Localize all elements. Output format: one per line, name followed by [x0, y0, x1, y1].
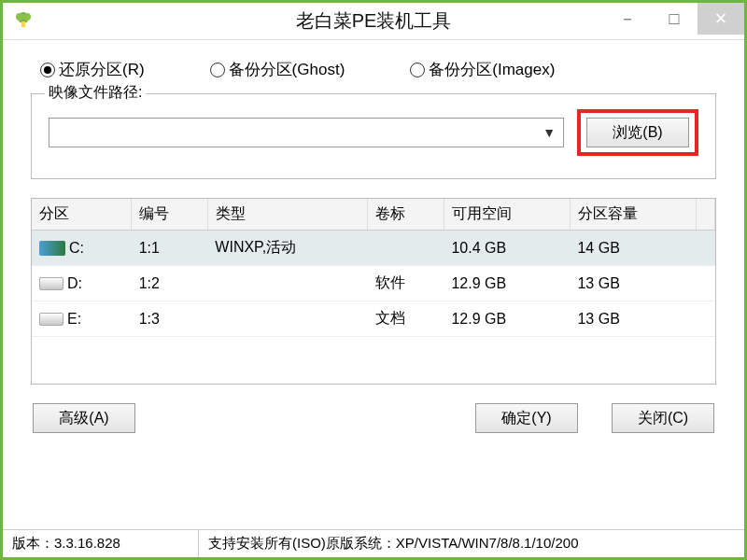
image-path-panel: 映像文件路径: ▼ 浏览(B) [31, 93, 716, 179]
status-bar: 版本：3.3.16.828 支持安装所有(ISO)原版系统：XP/VISTA/W… [3, 529, 744, 557]
partition-table: 分区 编号 类型 卷标 可用空间 分区容量 C: 1:1 WINXP,活动 10… [32, 199, 715, 337]
col-type[interactable]: 类型 [207, 199, 367, 231]
cell-type [207, 301, 367, 337]
window-controls: － □ × [604, 3, 744, 35]
radio-dot-icon [40, 63, 55, 77]
drive-icon [39, 241, 65, 256]
cell-number: 1:2 [132, 266, 208, 301]
close-window-button[interactable]: × [698, 3, 744, 35]
maximize-button[interactable]: □ [651, 3, 698, 35]
cell-volume: 软件 [368, 266, 444, 301]
col-scrollgap [697, 199, 715, 231]
browse-highlight-box: 浏览(B) [577, 109, 698, 156]
cell-type: WINXP,活动 [207, 231, 367, 266]
action-buttons-row: 高级(A) 确定(Y) 关闭(C) [31, 403, 716, 433]
title-bar: 老白菜PE装机工具 － □ × [3, 3, 744, 40]
cell-drive: E: [67, 311, 81, 327]
mode-radio-group: 还原分区(R) 备份分区(Ghost) 备份分区(Imagex) [31, 59, 716, 80]
col-partition[interactable]: 分区 [32, 199, 132, 231]
drive-icon [39, 277, 63, 290]
col-volume[interactable]: 卷标 [368, 199, 444, 231]
version-label: 版本：3.3.16.828 [3, 530, 199, 557]
svg-point-1 [16, 13, 23, 21]
svg-point-2 [23, 13, 31, 21]
radio-imagex-label: 备份分区(Imagex) [429, 59, 555, 80]
image-path-label: 映像文件路径: [45, 83, 146, 103]
window-title: 老白菜PE装机工具 [296, 8, 452, 34]
col-number[interactable]: 编号 [132, 199, 208, 231]
ok-button[interactable]: 确定(Y) [475, 403, 578, 433]
col-free[interactable]: 可用空间 [444, 199, 570, 231]
browse-button[interactable]: 浏览(B) [586, 118, 689, 147]
cell-volume: 文档 [368, 301, 444, 337]
svg-rect-3 [21, 21, 25, 27]
minimize-button[interactable]: － [604, 3, 651, 35]
close-button[interactable]: 关闭(C) [612, 403, 714, 433]
cell-volume [368, 231, 444, 266]
support-label: 支持安装所有(ISO)原版系统：XP/VISTA/WIN7/8/8.1/10/2… [199, 535, 744, 553]
table-row[interactable]: E: 1:3 文档 12.9 GB 13 GB [32, 301, 715, 337]
main-content: 还原分区(R) 备份分区(Ghost) 备份分区(Imagex) 映像文件路径:… [3, 40, 744, 433]
cell-number: 1:1 [132, 231, 208, 266]
advanced-button[interactable]: 高级(A) [33, 403, 135, 433]
drive-icon [39, 313, 63, 326]
radio-backup-imagex[interactable]: 备份分区(Imagex) [410, 59, 555, 80]
cell-capacity: 13 GB [570, 301, 696, 337]
radio-ghost-label: 备份分区(Ghost) [229, 59, 345, 80]
image-path-dropdown[interactable]: ▼ [49, 118, 564, 147]
cell-capacity: 13 GB [570, 266, 696, 301]
radio-restore-partition[interactable]: 还原分区(R) [40, 59, 145, 80]
cell-number: 1:3 [132, 301, 208, 337]
cell-free: 12.9 GB [444, 266, 570, 301]
radio-dot-icon [410, 63, 425, 77]
cell-drive: C: [69, 240, 84, 256]
cell-free: 12.9 GB [444, 301, 570, 337]
table-row[interactable]: D: 1:2 软件 12.9 GB 13 GB [32, 266, 715, 301]
radio-backup-ghost[interactable]: 备份分区(Ghost) [210, 59, 345, 80]
table-row[interactable]: C: 1:1 WINXP,活动 10.4 GB 14 GB [32, 231, 715, 266]
chevron-down-icon: ▼ [543, 125, 556, 140]
partition-table-wrap: 分区 编号 类型 卷标 可用空间 分区容量 C: 1:1 WINXP,活动 10… [31, 198, 716, 385]
radio-dot-icon [210, 63, 225, 77]
cell-capacity: 14 GB [570, 231, 696, 266]
app-icon [12, 10, 35, 33]
cell-type [207, 266, 367, 301]
col-capacity[interactable]: 分区容量 [570, 199, 696, 231]
cell-free: 10.4 GB [444, 231, 570, 266]
cell-drive: D: [67, 275, 82, 291]
radio-restore-label: 还原分区(R) [59, 59, 145, 80]
